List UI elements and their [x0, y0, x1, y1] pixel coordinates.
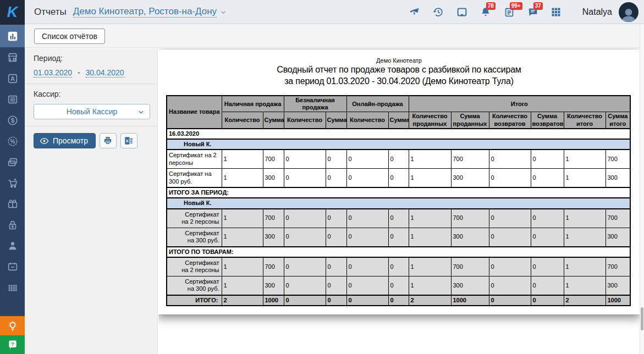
value-cell: 300	[606, 169, 630, 188]
report-title-line2: за период 01.03.2020 - 30.04.2020 (Демо …	[158, 75, 640, 87]
sidebar-item-tickets[interactable]	[0, 89, 25, 110]
value-cell: 300	[451, 169, 489, 188]
value-cell: 1	[409, 228, 451, 247]
date-separator: -	[78, 68, 80, 77]
value-cell: 700	[451, 209, 489, 228]
value-cell: 1	[409, 150, 451, 169]
column-header: Количество возвратов	[489, 112, 531, 129]
value-cell: 0	[489, 209, 531, 228]
cashier-label: Кассир:	[34, 90, 157, 98]
preview-button[interactable]: Просмотр	[34, 133, 96, 148]
actions-section: Просмотр X	[25, 126, 157, 155]
value-cell: 0	[489, 276, 531, 295]
export-excel-button[interactable]: X	[120, 133, 137, 148]
apps-grid-icon[interactable]	[551, 7, 562, 18]
column-group-header: Безналичная продажа	[284, 96, 346, 112]
value-cell: 0	[531, 150, 564, 169]
date-from-link[interactable]: 01.03.2020	[34, 68, 72, 78]
svg-text:%: %	[10, 139, 15, 145]
sidebar-item-idea[interactable]	[0, 316, 25, 335]
logo-letter: K	[7, 5, 18, 20]
value-cell: 0	[388, 295, 409, 306]
scrollbar-thumb[interactable]	[641, 307, 643, 330]
value-cell: 700	[451, 150, 489, 169]
chat-icon[interactable]: 37	[527, 6, 539, 18]
chevron-down-icon[interactable]	[220, 9, 227, 15]
column-header: Количество	[346, 112, 388, 129]
excel-icon: X	[124, 136, 134, 146]
column-header: Сумма проданных	[451, 112, 489, 129]
value-cell: 2	[409, 295, 451, 306]
org-selector[interactable]: Демо Кинотеатр, Ростов-на-Дону	[73, 6, 217, 18]
sidebar-item-ads[interactable]: A	[0, 68, 25, 89]
product-name-cell: Сертификат на 300 руб.	[167, 169, 222, 188]
news-icon[interactable]: 99+	[503, 6, 515, 18]
value-cell: 700	[606, 257, 630, 276]
value-cell: 700	[606, 209, 630, 228]
table-row: ИТОГО:210000000210000021000	[167, 295, 630, 306]
section-label: Отчеты	[34, 7, 67, 18]
value-cell: 0	[346, 228, 388, 247]
sidebar-item-help[interactable]: ?	[0, 335, 25, 354]
sidebar-item-cinema[interactable]	[0, 47, 25, 68]
news-badge: 99+	[510, 2, 522, 10]
sub-toolbar: Список отчётов	[25, 25, 644, 48]
value-cell: 1	[222, 228, 263, 247]
sidebar-item-sales[interactable]	[0, 173, 25, 193]
date-to-link[interactable]: 30.04.2020	[86, 68, 124, 78]
chevron-down-icon	[137, 108, 145, 115]
value-cell: 0	[531, 228, 564, 247]
value-cell: 0	[346, 209, 388, 228]
value-cell: 300	[451, 228, 489, 247]
cashier-select[interactable]: Новый Кассир	[34, 104, 150, 119]
value-cell: 1000	[606, 295, 630, 306]
value-cell: 0	[346, 169, 388, 188]
svg-text:?: ?	[11, 341, 14, 347]
value-cell: 0	[284, 150, 326, 169]
value-cell: 0	[489, 257, 531, 276]
app-logo[interactable]: K	[0, 0, 25, 25]
value-cell: 2	[222, 295, 263, 306]
value-cell: 0	[531, 209, 564, 228]
topbar: Отчеты Демо Кинотеатр, Ростов-на-Дону 78…	[25, 0, 644, 24]
period-section: Период: 01.03.2020 - 30.04.2020	[25, 48, 157, 84]
sidebar-item-money[interactable]: $	[0, 110, 25, 131]
value-cell: 0	[388, 150, 409, 169]
history-icon[interactable]	[432, 6, 444, 18]
column-header: Сумма возвратов	[531, 112, 564, 129]
preview-button-label: Просмотр	[53, 136, 88, 145]
value-cell: 1	[222, 150, 263, 169]
sidebar-item-hall-scheme[interactable]	[0, 277, 25, 298]
megaphone-icon[interactable]	[409, 6, 421, 18]
date-band-cell: 16.03.2020	[167, 129, 630, 139]
reports-list-button[interactable]: Список отчётов	[34, 29, 105, 44]
eye-icon	[40, 136, 49, 146]
value-cell: 300	[606, 228, 630, 247]
sidebar-item-reports[interactable]	[0, 25, 25, 47]
print-button[interactable]	[100, 133, 117, 148]
value-cell: 1	[222, 257, 263, 276]
value-cell: 1	[409, 257, 451, 276]
cashier-selected-value: Новый Кассир	[67, 107, 118, 116]
bell-badge: 78	[486, 2, 496, 10]
store-icon	[7, 52, 19, 64]
sidebar-item-users[interactable]	[0, 235, 25, 256]
value-cell: 0	[346, 150, 388, 169]
section-band-cell: ИТОГО ЗА ПЕРИОД:	[167, 187, 630, 198]
svg-text:X: X	[126, 139, 129, 143]
bell-icon[interactable]: 78	[480, 6, 492, 18]
sidebar-item-schedule[interactable]	[0, 256, 25, 277]
column-group-header: Название товара	[167, 96, 222, 129]
svg-text:A: A	[10, 75, 15, 82]
avatar[interactable]	[619, 2, 639, 22]
sidebar-item-access[interactable]	[0, 214, 25, 235]
sidebar-item-discounts[interactable]: %	[0, 131, 25, 152]
value-cell: 0	[326, 150, 346, 169]
sidebar-item-cards[interactable]	[0, 152, 25, 173]
display-icon[interactable]	[456, 6, 468, 18]
vertical-scrollbar	[640, 25, 644, 354]
seats-grid-icon	[7, 281, 19, 294]
sidebar-item-certificates[interactable]	[0, 193, 25, 214]
value-cell: 0	[346, 257, 388, 276]
cashier-section: Кассир: Новый Кассир	[25, 84, 157, 126]
